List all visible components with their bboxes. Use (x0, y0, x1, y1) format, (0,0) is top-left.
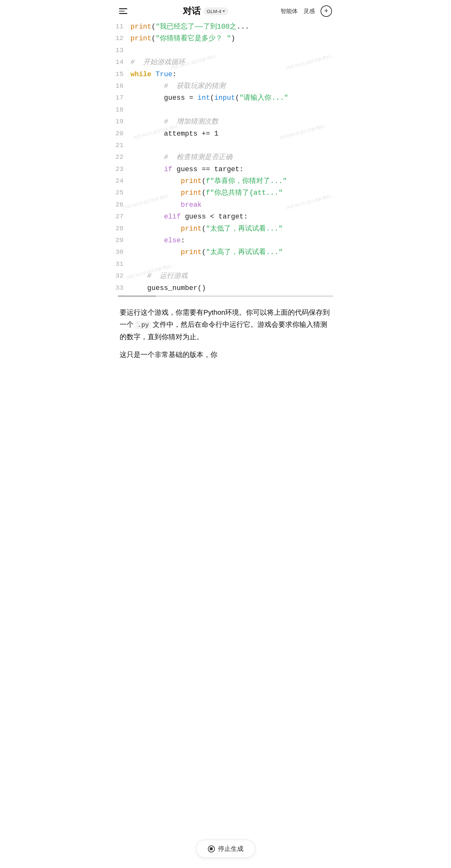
inline-code-py: .py (135, 321, 151, 329)
line-code: break (129, 199, 338, 211)
line-code: if guess == target: (129, 163, 338, 175)
line-number: 24 (113, 175, 129, 187)
line-code (129, 45, 338, 57)
line-number: 16 (113, 80, 129, 92)
code-token: # 增加猜测次数 (130, 118, 218, 126)
line-code: print(f"恭喜你，你猜对了..." (129, 175, 338, 187)
code-table: 11print("我已经忘了——了到100之...12print("你猜猜看它是… (113, 21, 338, 294)
new-chat-button[interactable] (321, 5, 332, 17)
table-row: 23 if guess == target: (113, 163, 338, 175)
code-token: else (164, 237, 181, 245)
code-token: "请输入你..." (239, 94, 288, 102)
code-token: f"恭喜你，你猜对了..." (206, 177, 287, 185)
line-number: 13 (113, 45, 129, 57)
line-number: 15 (113, 69, 129, 80)
line-code (129, 258, 338, 270)
code-token: print (181, 248, 201, 256)
line-code: print(f"你总共猜了{att..." (129, 187, 338, 199)
line-code (129, 104, 338, 116)
table-row: 24 print(f"恭喜你，你猜对了..." (113, 175, 338, 187)
code-token: "太高了，再试试看..." (206, 248, 283, 256)
line-code: print("你猜猜看它是多少？ ") (129, 33, 338, 44)
header-right: 智能体 灵感 (281, 5, 332, 17)
line-code: # 增加猜测次数 (129, 116, 338, 128)
line-number: 31 (113, 258, 129, 270)
code-token (130, 165, 164, 174)
code-token (130, 248, 181, 256)
line-number: 20 (113, 128, 129, 140)
code-token: ( (201, 225, 206, 233)
table-row: 22 # 检查猜测是否正确 (113, 152, 338, 163)
line-number: 30 (113, 246, 129, 258)
line-code: print("太低了，再试试看..." (129, 223, 338, 235)
message-para2: 这只是一个非常基础的版本，你 (120, 349, 331, 361)
code-token: # 开始游戏循环 (130, 58, 185, 66)
stop-label: 停止生成 (218, 844, 244, 853)
table-row: 16 # 获取玩家的猜测 (113, 80, 338, 92)
table-row: 13 (113, 45, 338, 57)
code-token: ( (151, 35, 156, 42)
line-code: guess = int(input("请输入你..." (129, 92, 338, 104)
line-number: 32 (113, 270, 129, 282)
chevron-down-icon (223, 10, 225, 12)
model-name: GLM-4 (207, 8, 222, 14)
table-row: 33 guess_number() (113, 282, 338, 294)
code-token: : (181, 237, 185, 245)
code-token: print (181, 225, 201, 233)
code-token: f"你总共猜了{att..." (206, 189, 283, 197)
line-code: guess_number() (129, 282, 338, 294)
code-token: # 运行游戏 (130, 272, 188, 280)
table-row: 30 print("太高了，再试试看..." (113, 246, 338, 258)
line-number: 17 (113, 92, 129, 104)
code-token: True (156, 70, 172, 79)
code-token: attempts += 1 (130, 130, 218, 138)
code-token: print (130, 35, 151, 42)
code-token: ( (201, 189, 206, 197)
table-row: 17 guess = int(input("请输入你..." (113, 92, 338, 104)
code-token: while (130, 70, 151, 79)
line-number: 29 (113, 235, 129, 246)
line-number: 19 (113, 116, 129, 128)
code-token: ( (201, 248, 206, 256)
agent-nav[interactable]: 智能体 (281, 7, 298, 15)
line-code: # 获取玩家的猜测 (129, 80, 338, 92)
line-code: elif guess < target: (129, 211, 338, 223)
code-token: break (181, 201, 201, 209)
code-token: guess < target: (181, 213, 248, 221)
line-number: 14 (113, 57, 129, 68)
header-center: 对话 GLM-4 (183, 5, 228, 17)
stop-icon (208, 845, 215, 852)
horizontal-scrollbar[interactable] (118, 296, 333, 297)
line-code: while True: (129, 69, 338, 80)
header-left (119, 5, 130, 17)
table-row: 26 break (113, 199, 338, 211)
line-number: 28 (113, 223, 129, 235)
line-code: print("太高了，再试试看..." (129, 246, 338, 258)
code-token: print (181, 177, 201, 185)
code-token: ( (235, 94, 239, 102)
code-token: print (181, 189, 201, 197)
code-token: guess == target: (172, 165, 244, 174)
scrollbar-thumb[interactable] (118, 296, 156, 297)
code-token: # 获取玩家的猜测 (130, 82, 225, 90)
code-token (130, 213, 164, 221)
inspire-nav[interactable]: 灵感 (303, 7, 315, 15)
code-token: guess = (130, 94, 197, 102)
table-row: 28 print("太低了，再试试看..." (113, 223, 338, 235)
line-number: 22 (113, 152, 129, 163)
model-selector[interactable]: GLM-4 (204, 7, 228, 15)
code-token: "我已经忘了——了到100之 (156, 23, 236, 31)
line-number: 33 (113, 282, 129, 294)
table-row: 12print("你猜猜看它是多少？ ") (113, 33, 338, 44)
code-token: ( (201, 177, 206, 185)
code-token (130, 201, 181, 209)
line-code (129, 140, 338, 152)
code-token: elif (164, 213, 181, 221)
line-code: attempts += 1 (129, 128, 338, 140)
code-token: int (197, 94, 210, 102)
menu-icon[interactable] (119, 5, 130, 17)
line-code: # 开始游戏循环 (129, 57, 338, 68)
stop-generation-button[interactable]: 停止生成 (196, 840, 255, 858)
table-row: 18 (113, 104, 338, 116)
line-code: else: (129, 235, 338, 246)
